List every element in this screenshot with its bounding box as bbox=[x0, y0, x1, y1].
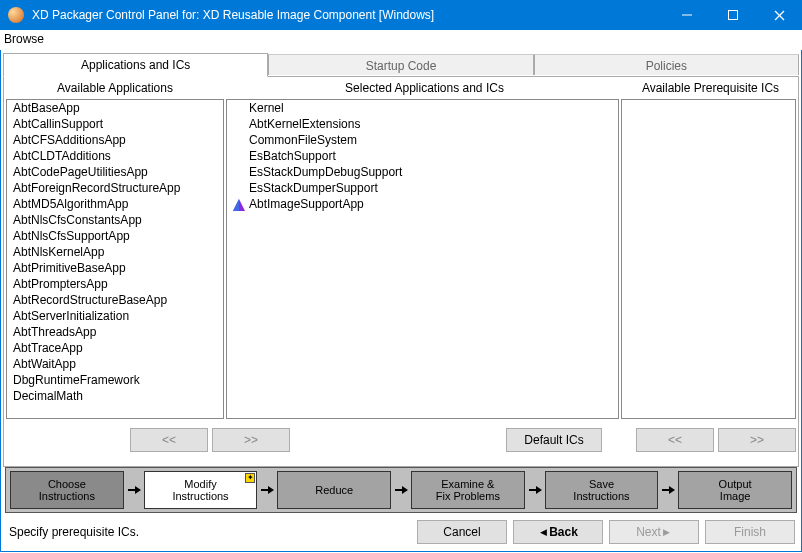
wizard-step[interactable]: Examine &Fix Problems bbox=[411, 471, 525, 509]
list-item[interactable]: AbtImageSupportApp bbox=[227, 196, 618, 212]
list-item[interactable]: AbtNlsKernelApp bbox=[7, 244, 223, 260]
minimize-button[interactable] bbox=[664, 0, 710, 30]
footer-row: Specify prerequisite ICs. Cancel ◀Back N… bbox=[3, 517, 799, 551]
list-item[interactable]: AbtCLDTAdditions bbox=[7, 148, 223, 164]
next-label: Next bbox=[636, 525, 661, 539]
available-apps-list[interactable]: AbtBaseAppAbtCallinSupportAbtCFSAddition… bbox=[6, 99, 224, 419]
arrow-right-icon bbox=[527, 482, 543, 498]
svg-marker-11 bbox=[402, 486, 408, 494]
svg-marker-7 bbox=[135, 486, 141, 494]
list-item[interactable]: AbtMD5AlgorithmApp bbox=[7, 196, 223, 212]
svg-rect-1 bbox=[729, 11, 738, 20]
tab-applications[interactable]: Applications and ICs bbox=[3, 53, 268, 77]
client-area: Applications and ICs Startup Code Polici… bbox=[0, 50, 802, 552]
list-item[interactable]: AbtPromptersApp bbox=[7, 276, 223, 292]
tab-policies[interactable]: Policies bbox=[534, 54, 799, 75]
list-item[interactable]: AbtPrimitiveBaseApp bbox=[7, 260, 223, 276]
list-item[interactable]: AbtCFSAdditionsApp bbox=[7, 132, 223, 148]
back-label: Back bbox=[549, 525, 578, 539]
prereq-ics-list[interactable] bbox=[621, 99, 796, 419]
tab-row: Applications and ICs Startup Code Polici… bbox=[3, 52, 799, 76]
close-button[interactable] bbox=[756, 0, 802, 30]
arrow-right-icon bbox=[393, 482, 409, 498]
maximize-button[interactable] bbox=[710, 0, 756, 30]
lists-row: AbtBaseAppAbtCallinSupportAbtCFSAddition… bbox=[4, 99, 798, 419]
list-item[interactable]: AbtThreadsApp bbox=[7, 324, 223, 340]
svg-marker-5 bbox=[233, 199, 239, 211]
close-icon bbox=[774, 10, 785, 21]
triangle-left-icon: ◀ bbox=[540, 527, 547, 537]
svg-marker-9 bbox=[268, 486, 274, 494]
move-left-button[interactable]: << bbox=[130, 428, 208, 452]
back-button[interactable]: ◀Back bbox=[513, 520, 603, 544]
window-title: XD Packager Control Panel for: XD Reusab… bbox=[32, 8, 664, 22]
svg-marker-15 bbox=[669, 486, 675, 494]
wizard-strip: ChooseInstructionsModifyInstructions✦Red… bbox=[5, 467, 797, 513]
list-item[interactable]: AbtServerInitialization bbox=[7, 308, 223, 324]
tab-startup-code[interactable]: Startup Code bbox=[268, 54, 533, 75]
triangle-right-icon: ▶ bbox=[663, 527, 670, 537]
menubar: Browse bbox=[0, 30, 802, 50]
list-item[interactable]: AbtBaseApp bbox=[7, 100, 223, 116]
list-item[interactable]: AbtRecordStructureBaseApp bbox=[7, 292, 223, 308]
header-prereq-ics: Available Prerequisite ICs bbox=[623, 77, 798, 99]
wizard-step[interactable]: SaveInstructions bbox=[545, 471, 659, 509]
list-item[interactable]: EsStackDumperSupport bbox=[227, 180, 618, 196]
cancel-button[interactable]: Cancel bbox=[417, 520, 507, 544]
attention-icon: ✦ bbox=[245, 473, 255, 483]
next-button[interactable]: Next▶ bbox=[609, 520, 699, 544]
header-available-apps: Available Applications bbox=[4, 77, 226, 99]
list-item[interactable]: DbgRuntimeFramework bbox=[7, 372, 223, 388]
selected-list[interactable]: KernelAbtKernelExtensionsCommonFileSyste… bbox=[226, 99, 619, 419]
maximize-icon bbox=[728, 10, 738, 20]
arrow-right-icon bbox=[259, 482, 275, 498]
list-item[interactable]: AbtTraceApp bbox=[7, 340, 223, 356]
status-text: Specify prerequisite ICs. bbox=[7, 525, 411, 539]
prereq-move-right-button[interactable]: >> bbox=[718, 428, 796, 452]
list-item[interactable]: AbtCodePageUtilitiesApp bbox=[7, 164, 223, 180]
arrow-right-icon bbox=[126, 482, 142, 498]
svg-marker-13 bbox=[536, 486, 542, 494]
titlebar: XD Packager Control Panel for: XD Reusab… bbox=[0, 0, 802, 30]
wizard-step[interactable]: OutputImage bbox=[678, 471, 792, 509]
wizard-step[interactable]: ChooseInstructions bbox=[10, 471, 124, 509]
list-item[interactable]: EsBatchSupport bbox=[227, 148, 618, 164]
list-item[interactable]: DecimalMath bbox=[7, 388, 223, 404]
arrow-right-icon bbox=[660, 482, 676, 498]
list-item[interactable]: CommonFileSystem bbox=[227, 132, 618, 148]
move-right-button[interactable]: >> bbox=[212, 428, 290, 452]
transfer-buttons-row: << >> Default ICs << >> bbox=[4, 425, 798, 455]
list-item[interactable]: AbtKernelExtensions bbox=[227, 116, 618, 132]
list-item[interactable]: AbtWaitApp bbox=[7, 356, 223, 372]
list-item[interactable]: Kernel bbox=[227, 100, 618, 116]
list-item[interactable]: EsStackDumpDebugSupport bbox=[227, 164, 618, 180]
prereq-move-left-button[interactable]: << bbox=[636, 428, 714, 452]
wizard-step[interactable]: ModifyInstructions✦ bbox=[144, 471, 258, 509]
component-icon bbox=[233, 199, 245, 211]
list-item[interactable]: AbtCallinSupport bbox=[7, 116, 223, 132]
minimize-icon bbox=[682, 10, 692, 20]
finish-button[interactable]: Finish bbox=[705, 520, 795, 544]
header-selected: Selected Applications and ICs bbox=[226, 77, 623, 99]
tab-page-applications: Available Applications Selected Applicat… bbox=[3, 76, 799, 467]
menu-browse[interactable]: Browse bbox=[4, 32, 44, 46]
wizard-step[interactable]: Reduce bbox=[277, 471, 391, 509]
default-ics-button[interactable]: Default ICs bbox=[506, 428, 602, 452]
list-item[interactable]: AbtNlsCfsSupportApp bbox=[7, 228, 223, 244]
list-item[interactable]: AbtNlsCfsConstantsApp bbox=[7, 212, 223, 228]
list-item[interactable]: AbtForeignRecordStructureApp bbox=[7, 180, 223, 196]
app-icon bbox=[8, 7, 24, 23]
column-headers: Available Applications Selected Applicat… bbox=[4, 77, 798, 99]
